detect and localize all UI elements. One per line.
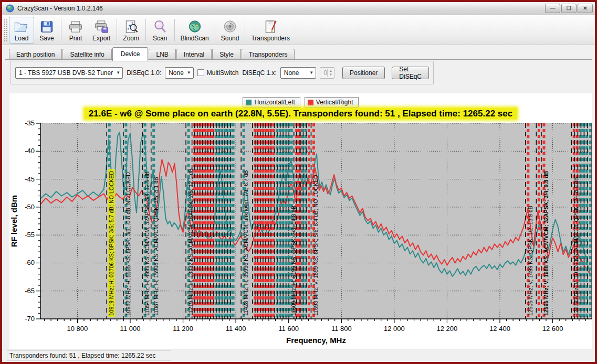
transponder-label: 10919 MHz; H; 03706 KS; 8PSK; 3/5; 5.7 d… [108,169,115,317]
toolbar-separator [215,19,215,41]
svg-text:12 600: 12 600 [542,325,563,333]
positioner-button[interactable]: Positioner [342,67,385,79]
set-diseqc-button[interactable]: Set DiSEqC [392,67,429,79]
toolbar-separator [245,19,245,41]
transponder-label: 11087 MHz; H; 15908 KS; ACM/VCM; QPSK; 3… [153,177,159,316]
chart-legend: Horizontal/LeftVertical/Right [9,97,592,108]
tab-style[interactable]: Style [212,49,241,60]
toolbar-button-blindscan[interactable]: BlindScan [176,17,213,44]
svg-text:11 000: 11 000 [120,325,141,333]
transponder-label: 12679 MHz; V; 10170 KS; ACM/VCM; QPSK; 1… [573,177,579,316]
zoom-document-icon [123,19,140,34]
svg-text:-50: -50 [25,203,35,211]
svg-text:-70: -70 [25,315,35,323]
multiswitch-checkbox-group[interactable]: MultiSwitch [197,69,239,77]
chevron-down-icon: ▼ [309,70,313,75]
minimize-button[interactable]: — [545,4,560,13]
svg-text:-55: -55 [25,231,35,239]
svg-text:12505 MHz; V; 1499 KS; QPSK; 1: 12505 MHz; V; 1499 KS; QPSK; 1/2; 13.9 d… [527,206,533,316]
transponder-label: 12565 MHz; V; 1688 KS; ACM/VCM; 32APSK; … [543,170,549,316]
legend-toggle-vertical-right[interactable]: Vertical/Right [305,97,359,108]
svg-text:11693 MHz; V; 1899 KS; 8PSK; 5: 11693 MHz; V; 1899 KS; 8PSK; 5/6; 8.4 dB… [312,175,319,316]
toolbar-button-export[interactable]: Export [88,17,115,44]
svg-text:-60: -60 [25,259,35,266]
toolbar-button-label: Sound [221,35,239,42]
toolbar-button-label: BlindScan [181,35,209,42]
toolbar-button-save[interactable]: Save [34,17,59,44]
transponder-label: 11219 MHz; H; 13332 KS; ACM/VCM; 16APSK;… [187,168,194,316]
transponder-label: 11428 MHz; H; 35996 KS; ACM/VCM; unknown… [243,170,249,316]
y-axis-title: RF level, dBm [9,195,18,247]
tab-strip: Earth positionSatellite infoDeviceLNBInt… [2,45,595,60]
toolbar-separator [174,19,175,41]
tuner-select[interactable]: 1 - TBS 5927 USB DVB-S2 Tuner ▼ [15,67,123,79]
diseqc10-select[interactable]: None ▼ [165,67,194,79]
svg-text:10919 MHz; H; 03706 KS; 8PSK;: 10919 MHz; H; 03706 KS; 8PSK; 3/5; 5.7 d… [108,171,114,316]
toolbar-grip[interactable] [4,19,7,41]
svg-text:11054 MHz; H; 4999 KS; ACM/VCM: 11054 MHz; H; 4999 KS; ACM/VCM; 32APSK; … [144,172,150,316]
close-button[interactable]: ✕ [578,4,593,13]
status-bar: Transponders found: 51 , Elapsed time: 1… [2,349,595,362]
toolbar-button-zoom[interactable]: Zoom [119,17,144,44]
multiswitch-checkbox[interactable] [197,69,204,76]
toolbar-button-scan[interactable]: Scan [148,17,173,44]
toolbar-separator [117,19,117,41]
globe-scan-icon [186,19,203,34]
legend-toggle-horizontal-left[interactable]: Horizontal/Left [243,97,300,108]
diseqc1x-label: DiSEqC 1.x: [242,69,276,77]
diseqc10-select-value: None [169,69,184,77]
chevron-down-icon: ▼ [116,70,120,75]
tab-satellite-info[interactable]: Satellite info [62,49,111,60]
svg-text:11 400: 11 400 [226,325,246,333]
svg-text:-65: -65 [25,287,35,295]
toolbar-button-label: Load [15,35,29,42]
chevron-down-icon: ▼ [187,70,191,75]
transponder-label: 12505 MHz; V; 1499 KS; QPSK; 1/2; 13.9 d… [527,206,533,316]
position-spinner[interactable]: 0 ▲▼ [320,67,334,79]
chart-title: 21.6E - w6 @ Some place on earth (22.8N,… [9,109,592,119]
spectrum-plot[interactable]: 10919 MHz; H; 03706 KS; 8PSK; 3/5; 5.7 d… [9,120,592,349]
transponder-label: 11054 MHz; H; 4999 KS; ACM/VCM; 32APSK; … [144,172,150,316]
svg-text:11 600: 11 600 [278,325,299,333]
transponder-label: 10982 MHz; H; 5595 KS; 8PSK; 3/5; -0.8 d… [125,172,131,316]
toolbar-button-label: Scan [153,35,167,42]
toolbar-button-load[interactable]: Load [9,17,34,44]
diseqc1x-select[interactable]: None ▼ [280,67,316,79]
tab-separator-line [5,59,592,60]
tab-interval[interactable]: Interval [176,49,212,60]
open-folder-icon [13,19,30,34]
tab-transponders[interactable]: Transponders [242,49,295,60]
toolbar-button-transponders[interactable]: Transponders [247,17,294,44]
spinner-arrows-icon[interactable]: ▲▼ [327,69,334,77]
app-globe-icon [6,4,14,13]
toolbar-separator [61,19,61,41]
status-text: Transponders found: 51 , Elapsed time: 1… [7,350,171,361]
tab-device[interactable]: Device [112,47,149,61]
floppy-icon [38,19,55,34]
diseqc10-label: DiSEqC 1.0: [127,69,161,77]
svg-text:11 200: 11 200 [173,325,193,333]
svg-text:11219 MHz; H; 13332 KS; ACM/VC: 11219 MHz; H; 13332 KS; ACM/VCM; 16APSK;… [187,168,194,316]
spectrum-chart-panel: Horizontal/LeftVertical/Right 21.6E - w6… [9,93,592,349]
device-panel: 1 - TBS 5927 USB DVB-S2 Tuner ▼ DiSEqC 1… [11,61,434,84]
toolbar-button-label: Save [39,35,54,42]
toolbar: LoadSavePrintExportZoomScanBlindScanSoun… [2,15,595,45]
multiswitch-label: MultiSwitch [207,69,239,77]
svg-text:12 000: 12 000 [384,325,405,333]
transponder-label: 11693 MHz; V; 1899 KS; 8PSK; 5/6; 8.4 dB… [312,175,319,316]
svg-text:11609 MHz; H; 6199 KS; QPSK; 7: 11609 MHz; H; 6199 KS; QPSK; 7/8; 14.8 d… [290,206,297,316]
title-bar[interactable]: CrazyScan - Version 1.0.2.146 — ❐ ✕ [2,2,595,15]
x-axis-title: Frequency, MHz [286,336,346,345]
toolbar-button-print[interactable]: Print [63,17,88,44]
tab-lnb[interactable]: LNB [149,49,175,60]
svg-text:10 800: 10 800 [67,325,88,333]
maximize-button[interactable]: ❐ [561,4,577,13]
app-window: CrazyScan - Version 1.0.2.146 — ❐ ✕ Load… [0,0,597,364]
svg-text:-35: -35 [25,120,35,127]
window-title: CrazyScan - Version 1.0.2.146 [17,5,544,12]
position-spinner-value: 0 [320,69,327,77]
toolbar-button-sound[interactable]: Sound [217,17,244,44]
svg-text:11428 MHz; H; 35996 KS; ACM/VC: 11428 MHz; H; 35996 KS; ACM/VCM; unknown… [243,170,249,316]
tab-earth-position[interactable]: Earth position [9,49,62,60]
notepad-pencil-icon [262,19,279,34]
